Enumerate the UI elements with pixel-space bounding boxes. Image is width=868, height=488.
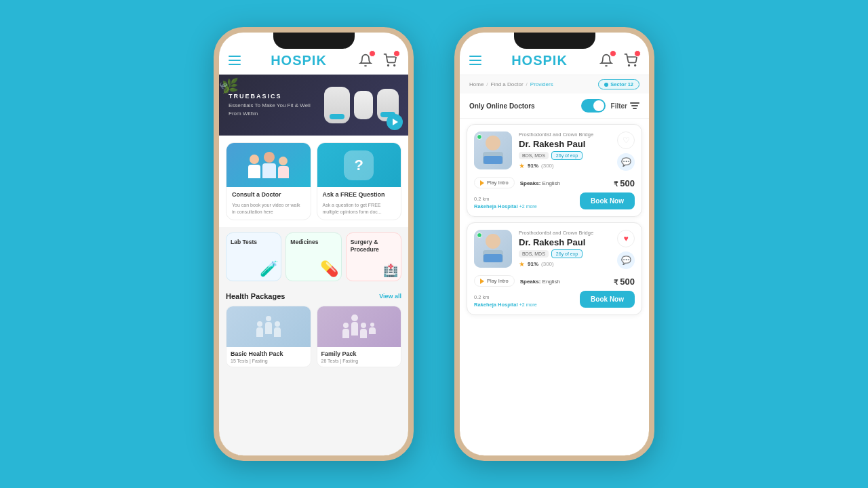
av-head-1 [486,136,500,150]
play-triangle-2 [480,279,484,284]
packages-list: Basic Health Pack 15 Tests | Fasting Fam… [219,303,408,373]
filter-button[interactable]: Filter [611,101,639,110]
phone-2-content: HOSPIK Home / Find a Doct [460,33,649,455]
play-button[interactable] [387,114,403,130]
cart-icon-2[interactable] [622,52,639,69]
notch-2 [521,33,589,47]
doctor-actions-1: ♡ 💬 [617,131,635,171]
family-pack-info: 28 Tests | Fasting [317,359,401,367]
breadcrumb-find-doctor[interactable]: Find a Doctor [491,81,524,87]
doctor-card-2: Prosthodontist and Crown Bridge Dr. Rake… [467,222,642,315]
favorite-button-2[interactable]: ♥ [617,230,635,247]
banner-brand: TRUEBASICS [229,93,324,100]
play-intro-label-1: Play Intro [487,180,509,186]
online-indicator-2 [477,232,482,238]
doctor-footer-1: 0.2 km Rakeheja Hospital +2 more Book No… [474,192,635,209]
chat-button-2[interactable]: 💬 [617,251,635,269]
filter-label: Filter [611,102,627,110]
basic-pack-info: 15 Tests | Fasting [226,359,311,367]
family-pack-name: Family Pack [317,347,401,359]
doctor-top-2: Prosthodontist and Crown Bridge Dr. Rake… [474,230,635,269]
speaks-row-1: Speaks: English [520,180,560,186]
rating-percent-1: 91% [528,163,538,169]
bell-badge-2 [610,50,616,57]
speaks-lang-2: English [542,279,560,285]
doctor-specialty-1: Prosthodontist and Crown Bridge [519,131,610,138]
svg-point-0 [388,65,389,66]
book-now-button-2[interactable]: Book Now [580,291,635,308]
question-card-subtitle: Ask a question to get FREE multiple opin… [317,202,401,220]
pill-1 [324,87,350,123]
doctor-avatar-1 [474,131,512,169]
rating-percent-2: 91% [528,261,538,267]
mid-row-1: Play Intro Speaks: English ₹ 500 [474,174,635,188]
question-mark: ? [344,150,374,180]
breadcrumb-home[interactable]: Home [469,81,484,87]
family-pack-image [317,306,401,347]
menu-icon-2[interactable] [469,56,481,65]
service-lab-tests[interactable]: Lab Tests 🧪 [226,232,281,281]
svg-point-3 [635,65,636,66]
doctor-tags-1: BDS, MDS 26y of exp [519,151,610,160]
doctor-name-1: Dr. Rakesh Paul [519,139,610,149]
consult-card-image [226,143,311,187]
phone-1-content: HOSPIK TRUEBASICS Essentials To Mak [219,33,408,455]
online-toggle[interactable] [581,99,606,113]
basic-pack-image [226,306,311,347]
svg-point-1 [394,65,395,66]
doctor-rating-1: ★ 91% (300) [519,162,610,169]
chat-icon-2: 💬 [621,256,631,265]
play-intro-label-2: Play Intro [487,278,509,284]
doctor-card-1: Prosthodontist and Crown Bridge Dr. Rake… [467,124,642,217]
question-card[interactable]: ? Ask a FREE Question Ask a question to … [317,142,402,220]
heart-icon-1: ♡ [623,136,630,145]
menu-icon[interactable] [229,56,241,65]
book-now-button-1[interactable]: Book Now [580,192,635,209]
service-medicines-label: Medicines [290,239,318,246]
play-intro-2[interactable]: Play Intro [474,275,515,287]
view-all-link[interactable]: View all [379,293,401,300]
hospital-more-1[interactable]: +2 more [519,204,537,209]
av-head-2 [486,234,500,249]
doctor-tags-2: BDS, MDS 26y of exp [519,249,610,258]
question-card-title: Ask a FREE Question [317,187,401,202]
play-intro-1[interactable]: Play Intro [474,177,515,188]
toggle-knob [593,100,604,111]
app-logo-2: HOSPIK [511,53,568,68]
hospital-name-2[interactable]: Rakeheja Hospital [474,302,518,308]
phone-1: HOSPIK TRUEBASICS Essentials To Mak [214,27,414,461]
bell-badge [369,50,376,57]
surgery-icon: 🏥 [383,263,398,278]
bell-icon[interactable] [357,52,374,69]
doctor-info-2: Prosthodontist and Crown Bridge Dr. Rake… [519,230,610,268]
service-medicines[interactable]: Medicines 💊 [285,232,341,281]
heart-icon-2: ♥ [623,234,628,243]
doctor-experience-1: 26y of exp [551,151,583,160]
online-doctors-label: Only Online Doctors [469,102,535,110]
family-pack[interactable]: Family Pack 28 Tests | Fasting [317,306,402,367]
promo-banner[interactable]: TRUEBASICS Essentials To Make You Fit & … [219,75,408,136]
chat-button-1[interactable]: 💬 [617,153,635,171]
doctor-rating-2: ★ 91% (300) [519,260,610,268]
hospital-name-1[interactable]: Rakeheja Hospital [474,203,518,209]
consult-card[interactable]: Consult a Doctor You can book your video… [226,142,311,220]
consult-card-title: Consult a Doctor [226,187,311,202]
service-surgery[interactable]: Surgery & Procedure 🏥 [346,232,401,281]
basic-health-pack[interactable]: Basic Health Pack 15 Tests | Fasting [226,306,311,367]
currency-symbol-2: ₹ [614,279,618,286]
mid-row-2: Play Intro Speaks: English ₹ 500 [474,272,635,287]
doctor-actions-2: ♥ 💬 [617,230,635,269]
cart-icon[interactable] [381,52,399,69]
favorite-button-1[interactable]: ♡ [617,131,635,149]
price-amount-1: 500 [620,178,635,188]
hospital-more-2[interactable]: +2 more [519,302,537,307]
basic-pack-name: Basic Health Pack [226,347,311,359]
banner-text: TRUEBASICS Essentials To Make You Fit & … [229,93,324,117]
location-tag[interactable]: Sector 12 [598,79,639,89]
location-dot [604,83,608,87]
phone-2: HOSPIK Home / Find a Doct [454,27,654,461]
doctor-experience-2: 26y of exp [551,249,583,258]
health-packages-header: Health Packages View all [219,287,408,303]
cart-badge [393,50,400,57]
bell-icon-2[interactable] [597,52,615,69]
